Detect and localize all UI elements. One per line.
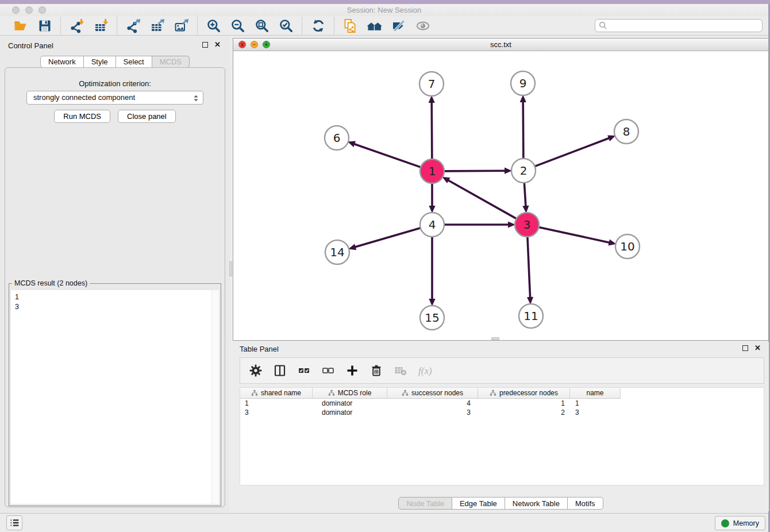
show-hide-eye-button[interactable] (415, 18, 430, 33)
close-table-panel-icon[interactable]: ✕ (754, 345, 761, 351)
add-column-button[interactable] (345, 363, 360, 378)
toolbar-group-5 (334, 18, 438, 33)
tab-select[interactable]: Select (116, 56, 152, 68)
tab-motifs[interactable]: Motifs (568, 497, 603, 510)
table-cell: 1 (570, 399, 620, 407)
table-row-0[interactable]: 1dominator411 (240, 399, 764, 408)
tab-edge-table[interactable]: Edge Table (452, 497, 505, 510)
minimize-view-button[interactable]: − (251, 41, 258, 48)
column-header-predecessor-nodes[interactable]: predecessor nodes (478, 388, 570, 398)
save-session-button[interactable] (37, 18, 52, 33)
refresh-view-icon (311, 18, 326, 33)
toolbar-group-3 (198, 18, 302, 33)
zoom-selected-button[interactable] (278, 18, 294, 33)
import-table-button[interactable] (93, 18, 109, 33)
edge-3-11[interactable] (528, 236, 530, 298)
select-chevrons-icon (192, 94, 200, 103)
select-all-columns-icon (297, 364, 311, 377)
tab-style[interactable]: Style (84, 56, 116, 68)
table-cell: 3 (240, 408, 313, 417)
table-cell: 4 (387, 399, 478, 407)
graph-node-label-15: 15 (425, 311, 439, 325)
edge-4-14[interactable] (355, 228, 421, 248)
table-options-gear-icon (249, 364, 263, 377)
clone-network-button[interactable] (342, 18, 358, 33)
function-builder-button: f(x) (417, 363, 432, 378)
show-column-icon (273, 364, 287, 377)
main-toolbar (0, 16, 768, 36)
mcds-result-scrollbar[interactable] (211, 290, 219, 504)
select-all-columns-button[interactable] (297, 363, 311, 378)
edge-1-2[interactable] (444, 171, 506, 171)
memory-button[interactable]: Memory (715, 516, 765, 530)
maximize-view-button[interactable]: + (263, 41, 270, 48)
search-input[interactable] (595, 19, 763, 32)
float-panel-icon[interactable] (202, 42, 208, 48)
edge-3-10[interactable] (538, 227, 610, 242)
column-label: MCDS role (338, 389, 372, 397)
table-options-gear-button[interactable] (248, 363, 263, 378)
show-hide-eye-icon (415, 18, 430, 33)
refresh-view-button[interactable] (310, 18, 326, 33)
edge-2-9[interactable] (523, 101, 523, 159)
toolbar-group-0 (5, 18, 60, 33)
zoom-out-button[interactable] (230, 18, 245, 33)
graph-node-label-9: 9 (519, 76, 527, 90)
float-table-panel-icon[interactable] (742, 345, 748, 351)
tab-node-table[interactable]: Node Table (398, 497, 452, 510)
close-panel-icon[interactable]: ✕ (214, 42, 221, 48)
search-field-wrap (595, 19, 763, 32)
mcds-result-area[interactable]: 13 (11, 290, 219, 504)
criterion-select[interactable]: strongly connected component (26, 91, 203, 105)
column-label: shared name (261, 389, 301, 397)
svg-text:f(x): f(x) (418, 365, 432, 376)
table-panel: Table Panel ✕ f(x) shared name MCDS role… (233, 342, 769, 511)
tab-network[interactable]: Network (40, 56, 84, 68)
export-image-button[interactable] (174, 18, 189, 33)
add-column-icon (345, 364, 359, 377)
home-view-button[interactable] (367, 18, 382, 33)
tab-network-table[interactable]: Network Table (505, 497, 568, 510)
splitter-handle-vertical[interactable] (229, 261, 232, 276)
graph-node-label-14: 14 (330, 245, 344, 259)
export-table-button[interactable] (149, 18, 165, 33)
window-top-edge (0, 0, 770, 4)
column-header-successor-nodes[interactable]: successor nodes (387, 388, 478, 398)
mcds-result-box: MCDS result (2 nodes) 13 (9, 283, 221, 506)
column-header-shared-name[interactable]: shared name (240, 388, 313, 398)
table-cell: 1 (240, 399, 313, 407)
network-canvas[interactable]: 7968124314101511 (233, 51, 768, 340)
unselect-all-columns-button[interactable] (321, 363, 336, 378)
table-toolbar: f(x) (240, 357, 764, 384)
table-panel-title: Table Panel (240, 345, 279, 353)
network-window-titlebar[interactable]: x − + scc.txt (233, 38, 768, 51)
column-header-name[interactable]: name (570, 388, 620, 398)
show-column-button[interactable] (272, 363, 287, 378)
zoom-fit-icon (255, 18, 270, 33)
task-history-button[interactable] (6, 515, 22, 530)
close-panel-button[interactable]: Close panel (118, 110, 176, 123)
zoom-fit-button[interactable] (254, 18, 270, 33)
splitter-handle-horizontal[interactable] (491, 337, 499, 340)
run-mcds-button[interactable]: Run MCDS (54, 110, 110, 123)
edge-2-8[interactable] (534, 138, 610, 167)
mcds-action-buttons: Run MCDS Close panel (5, 110, 225, 123)
edge-3-1[interactable] (448, 180, 517, 219)
table-row-1[interactable]: 3dominator323 (240, 408, 764, 417)
import-network-button[interactable] (69, 18, 84, 33)
zoom-in-button[interactable] (206, 18, 221, 33)
table-cell: 3 (570, 408, 620, 417)
close-view-button[interactable]: x (238, 41, 246, 48)
column-header-MCDS-role[interactable]: MCDS role (313, 388, 387, 398)
edge-1-6[interactable] (353, 144, 421, 167)
node-table-header: shared name MCDS role successor nodes pr… (240, 388, 621, 399)
open-file-button[interactable] (13, 18, 28, 33)
export-network-button[interactable] (125, 18, 141, 33)
edge-1-7[interactable] (432, 102, 432, 160)
tab-mcds[interactable]: MCDS (152, 56, 190, 68)
delete-column-button[interactable] (369, 363, 384, 378)
hide-annotations-button[interactable] (391, 18, 406, 33)
network-window-controls: x − + (238, 41, 270, 48)
graph-node-label-4: 4 (429, 218, 436, 232)
edge-2-3[interactable] (524, 182, 526, 207)
